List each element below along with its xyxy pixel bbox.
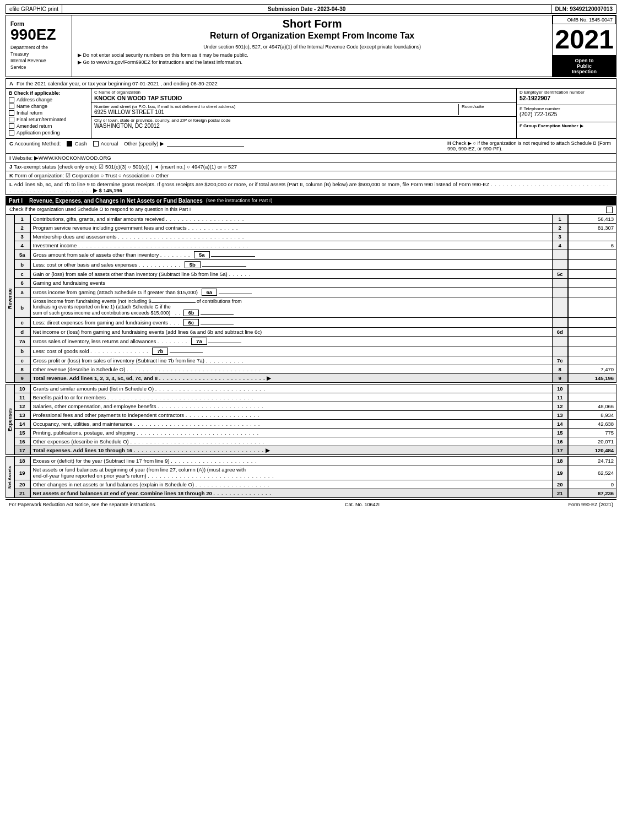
form-number-box: Form 990EZ Department of the Treasury In… <box>6 15 72 77</box>
efile-label: efile GRAPHIC print <box>6 5 62 13</box>
org-name: KNOCK ON WOOD TAP STUDIO <box>94 95 513 101</box>
table-row: 9 Total revenue. Add lines 1, 2, 3, 4, 5… <box>15 374 616 383</box>
section-a-label: A <box>9 80 13 86</box>
checkbox-schedule-o[interactable] <box>606 207 613 213</box>
checkbox-amended-return[interactable] <box>9 123 14 129</box>
row-amount-3 <box>568 232 616 241</box>
check-application-pending[interactable]: Application pending <box>9 130 88 136</box>
row-amount-19: 62,524 <box>568 465 616 480</box>
row-num-5b: b <box>15 260 30 270</box>
row-label-6c: Less: direct expenses from gaming and fu… <box>30 318 553 328</box>
row-label-7a: Gross sales of inventory, less returns a… <box>30 337 553 346</box>
net-assets-table: 18 Excess or (deficit) for the year (Sub… <box>14 456 616 498</box>
room-label: Room/suite <box>462 104 513 109</box>
row-num-13: 13 <box>15 411 30 420</box>
check-schedule-o-text: Check if the organization used Schedule … <box>9 207 191 213</box>
checkbox-application-pending[interactable] <box>9 130 14 136</box>
section-gh: G Accounting Method: Cash Accrual Other … <box>6 138 616 153</box>
check-application-pending-label: Application pending <box>17 130 60 136</box>
table-row: c Less: direct expenses from gaming and … <box>15 318 616 328</box>
row-num-17: 17 <box>15 446 30 455</box>
revenue-label: Revenue <box>6 214 14 383</box>
check-address-change-label: Address change <box>17 97 52 102</box>
row-num-6: 6 <box>15 279 30 288</box>
row-ref-1: 1 <box>553 215 568 224</box>
row-label-1: Contributions, gifts, grants, and simila… <box>30 215 553 224</box>
row-ref-6a <box>553 288 568 297</box>
revenue-table: 1 Contributions, gifts, grants, and simi… <box>14 214 616 383</box>
checkbox-address-change[interactable] <box>9 97 14 102</box>
phone-label: E Telephone number <box>520 106 613 111</box>
row-amount-6a <box>568 288 616 297</box>
row-ref-13: 13 <box>553 411 568 420</box>
row-label-6: Gaming and fundraising events <box>30 279 553 288</box>
row-ref-6c <box>553 318 568 328</box>
row-ref-6d: 6d <box>553 328 568 337</box>
row-num-7c: c <box>15 356 30 365</box>
section-k-text: Form of organization: ☑ Corporation ○ Tr… <box>15 172 169 178</box>
cash-label: Cash <box>67 140 88 147</box>
row-label-20: Other changes in net assets or fund bala… <box>30 480 553 489</box>
table-row: c Gross profit or (loss) from sales of i… <box>15 356 616 365</box>
check-address-change[interactable]: Address change <box>9 97 88 102</box>
group-label: F Group Exemption Number <box>520 123 578 128</box>
row-ref-6 <box>553 279 568 288</box>
section-h-text: Check ▶ ○ if the organization is not req… <box>447 140 611 151</box>
section-l: L Add lines 5b, 6c, and 7b to line 9 to … <box>6 180 616 195</box>
accrual-label: Accrual <box>93 140 120 147</box>
section-i-text: Website: ▶WWW.KNOCKONWOOD.ORG <box>12 155 111 161</box>
section-a-text: For the 2021 calendar year, or tax year … <box>17 80 218 86</box>
check-final-return[interactable]: Final return/terminated <box>9 117 88 122</box>
checkbox-final-return[interactable] <box>9 117 14 122</box>
row-ref-5a <box>553 250 568 260</box>
row-amount-5b <box>568 260 616 270</box>
row-amount-2: 81,307 <box>568 224 616 232</box>
row-label-8: Other revenue (describe in Schedule O) .… <box>30 365 553 374</box>
row-num-3: 3 <box>15 232 30 241</box>
section-j: J Tax-exempt status (check only one): ☑ … <box>6 162 616 171</box>
check-amended-return[interactable]: Amended return <box>9 123 88 129</box>
table-row: 8 Other revenue (describe in Schedule O)… <box>15 365 616 374</box>
row-num-21: 21 <box>15 489 30 498</box>
row-amount-6d <box>568 328 616 337</box>
form-number: 990EZ <box>10 27 67 42</box>
row-amount-14: 42,638 <box>568 420 616 429</box>
check-name-change[interactable]: Name change <box>9 104 88 109</box>
row-num-14: 14 <box>15 420 30 429</box>
table-row: 10 Grants and similar amounts paid (list… <box>15 384 616 393</box>
row-label-3: Membership dues and assessments . . . . … <box>30 232 553 241</box>
section-l-text: Add lines 5b, 6c, and 7b to line 9 to de… <box>14 181 489 187</box>
row-label-16: Other expenses (describe in Schedule O) … <box>30 437 553 446</box>
row-num-15: 15 <box>15 429 30 437</box>
expenses-label: Expenses <box>6 384 14 455</box>
table-row: 15 Printing, publications, postage, and … <box>15 429 616 437</box>
check-amended-return-label: Amended return <box>17 123 52 129</box>
row-amount-4: 6 <box>568 241 616 250</box>
section-l-amount: ▶ $ 145,196 <box>93 187 122 193</box>
row-num-6a: a <box>15 288 30 297</box>
row-num-9: 9 <box>15 374 30 383</box>
row-num-6b: b <box>15 297 30 318</box>
row-label-6b: Gross income from fundraising events (no… <box>30 297 553 318</box>
row-ref-6b <box>553 297 568 318</box>
row-ref-16: 16 <box>553 437 568 446</box>
net-assets-section: Net Assets 18 Excess or (deficit) for th… <box>6 456 616 498</box>
check-initial-return[interactable]: Initial return <box>9 110 88 116</box>
open-to-public: Open toPublicInspection <box>553 56 616 77</box>
checkbox-name-change[interactable] <box>9 104 14 109</box>
checkbox-initial-return[interactable] <box>9 110 14 116</box>
row-label-2: Program service revenue including govern… <box>30 224 553 232</box>
row-label-12: Salaries, other compensation, and employ… <box>30 402 553 411</box>
row-num-16: 16 <box>15 437 30 446</box>
row-num-7b: b <box>15 346 30 356</box>
row-ref-8: 8 <box>553 365 568 374</box>
row-num-11: 11 <box>15 393 30 402</box>
row-label-19: Net assets or fund balances at beginning… <box>30 465 553 480</box>
header-bar: efile GRAPHIC print Submission Date - 20… <box>6 4 616 14</box>
row-label-13: Professional fees and other payments to … <box>30 411 553 420</box>
part1-subheader: Check if the organization used Schedule … <box>6 205 616 214</box>
row-amount-8: 7,470 <box>568 365 616 374</box>
table-row: 2 Program service revenue including gove… <box>15 224 616 232</box>
table-row: 14 Occupancy, rent, utilities, and maint… <box>15 420 616 429</box>
section-j-text: Tax-exempt status (check only one): ☑ 50… <box>14 164 237 170</box>
